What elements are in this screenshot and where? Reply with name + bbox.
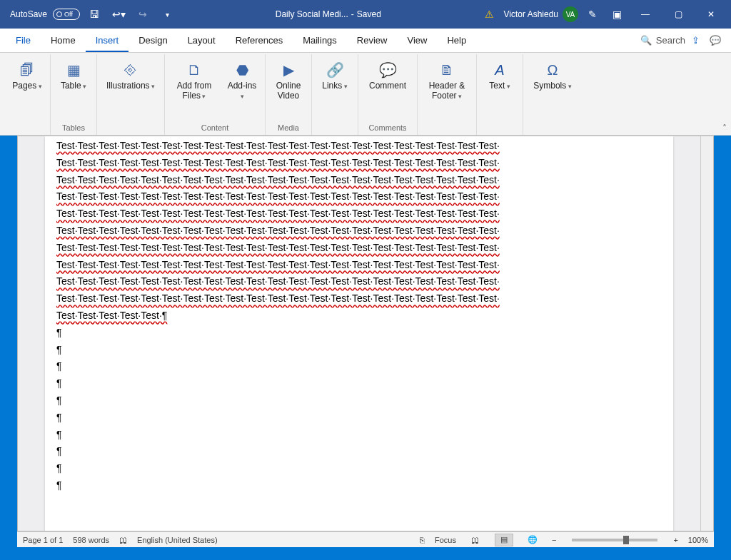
tab-home[interactable]: Home (41, 29, 86, 52)
maximize-button[interactable]: ▢ (664, 4, 692, 24)
user-name: Victor Ashiedu (504, 9, 559, 19)
view-web-button[interactable]: 🌐 (523, 534, 542, 546)
coming-soon-icon[interactable]: ✎ (583, 4, 603, 24)
pilcrow: ¶ (56, 460, 662, 477)
group-label-pages (26, 122, 28, 135)
illustrations-icon: 🞜 (119, 60, 142, 80)
pilcrow: ¶ (56, 358, 662, 375)
tab-layout[interactable]: Layout (178, 29, 226, 52)
add-from-files-button[interactable]: 🗋 Add from Files (171, 57, 218, 104)
header-footer-button[interactable]: 🗎 Header & Footer (423, 57, 470, 104)
status-page[interactable]: Page 1 of 1 (23, 536, 63, 544)
tab-view[interactable]: View (397, 29, 437, 52)
text-line: Test·Test·Test·Test·Test·Test·Test·Test·… (56, 155, 662, 172)
zoom-out-button[interactable]: − (552, 536, 556, 544)
online-video-button[interactable]: ▶ Online Video (271, 57, 306, 104)
document-scroll[interactable]: Test·Test·Test·Test·Test·Test·Test·Test·… (18, 136, 700, 531)
addins-label: Add-ins (225, 81, 259, 101)
vertical-scrollbar[interactable] (700, 136, 713, 531)
undo-icon[interactable]: ↩▾ (109, 4, 128, 24)
tab-help[interactable]: Help (437, 29, 476, 52)
zoom-value[interactable]: 100% (688, 536, 708, 544)
text-button[interactable]: A Text (483, 57, 517, 94)
collapse-ribbon-button[interactable]: ˄ (722, 123, 727, 133)
group-label-text (498, 122, 500, 135)
comments-pane-button[interactable]: 💬 (705, 29, 725, 52)
text-line: Test·Test·Test·Test·Test·Test·Test·Test·… (56, 290, 662, 307)
tab-design[interactable]: Design (128, 29, 177, 52)
tab-insert[interactable]: Insert (86, 29, 129, 52)
title-bar: AutoSave Off 🖫 ↩▾ ↪ ▾ Daily Social Medi.… (0, 0, 731, 29)
group-label-links (333, 122, 336, 135)
view-read-button[interactable]: 🕮 (466, 534, 485, 546)
group-header-footer: 🗎 Header & Footer (418, 54, 477, 135)
illustrations-button[interactable]: 🞜 Illustrations (103, 57, 158, 94)
text-line: Test·Test·Test·Test·Test·Test·Test·Test·… (56, 257, 662, 274)
autosave-label: AutoSave (10, 9, 47, 19)
group-media: ▶ Online Video Media (266, 54, 312, 135)
search-box[interactable]: 🔍 Search (640, 29, 685, 52)
focus-icon[interactable]: ⎘ (420, 536, 425, 544)
pilcrow: ¶ (56, 342, 662, 359)
close-button[interactable]: ✕ (697, 4, 725, 24)
group-label-content: Content (201, 122, 229, 135)
group-label-illustrations (129, 122, 131, 135)
zoom-in-button[interactable]: + (673, 536, 677, 544)
comment-button[interactable]: 💬 Comment (364, 57, 411, 94)
text-line: Test·Test·Test·Test·Test·Test·Test·Test·… (56, 240, 662, 257)
proofing-icon[interactable]: 🕮 (119, 536, 127, 544)
symbols-icon: Ω (541, 60, 564, 80)
text-label: Text (489, 81, 510, 91)
quick-access-toolbar: AutoSave Off 🖫 ↩▾ ↪ ▾ (6, 4, 177, 24)
customize-qat-icon[interactable]: ▾ (157, 4, 177, 24)
group-label-media: Media (278, 122, 299, 135)
ribbon-display-icon[interactable]: ▣ (607, 4, 627, 24)
autosave-toggle[interactable]: Off (53, 9, 80, 20)
status-words[interactable]: 598 words (73, 536, 109, 544)
comment-label: Comment (369, 81, 406, 91)
addins-icon: ⬣ (231, 60, 253, 80)
online-video-icon: ▶ (277, 60, 300, 80)
symbols-button[interactable]: Ω Symbols (529, 57, 576, 94)
pilcrow: ¶ (56, 375, 662, 392)
ribbon-tabs: File Home Insert Design Layout Reference… (0, 29, 731, 53)
zoom-slider[interactable] (572, 539, 657, 541)
page[interactable]: Test·Test·Test·Test·Test·Test·Test·Test·… (45, 136, 673, 531)
warning-icon[interactable]: ⚠ (480, 4, 500, 24)
text-line: Test·Test·Test·Test·Test·Test·Test·Test·… (56, 188, 662, 205)
minimize-button[interactable]: — (631, 4, 660, 24)
text-line: Test·Test·Test·Test·Test·Test·Test·Test·… (56, 223, 662, 240)
document-title: Daily Social Medi... - Saved (177, 9, 479, 19)
tab-references[interactable]: References (226, 29, 293, 52)
redo-icon[interactable]: ↪ (133, 4, 153, 24)
pages-button[interactable]: 🗐 Pages (10, 57, 44, 94)
pilcrow: ¶ (56, 392, 662, 409)
text-line: Test·Test·Test·Test·Test·¶ (56, 307, 662, 325)
group-tables: ▦ Table Tables (51, 54, 97, 135)
links-icon: 🔗 (323, 60, 346, 80)
header-footer-label: Header & Footer (423, 81, 470, 101)
pilcrow: ¶ (56, 427, 662, 444)
body-text[interactable]: Test·Test·Test·Test·Test·Test·Test·Test·… (56, 136, 662, 494)
avatar[interactable]: VA (563, 6, 578, 22)
text-icon: A (488, 60, 511, 80)
tab-file[interactable]: File (6, 29, 41, 52)
share-button[interactable]: ⇪ (685, 29, 705, 52)
focus-label[interactable]: Focus (435, 536, 456, 544)
group-illustrations: 🞜 Illustrations (97, 54, 165, 135)
addins-button[interactable]: ⬣ Add-ins (225, 57, 259, 104)
save-icon[interactable]: 🖫 (84, 4, 104, 24)
status-language[interactable]: English (United States) (137, 536, 218, 544)
pilcrow: ¶ (56, 477, 662, 494)
group-symbols: Ω Symbols (523, 54, 582, 135)
add-from-files-label: Add from Files (171, 81, 218, 101)
links-button[interactable]: 🔗 Links (318, 57, 352, 94)
view-print-button[interactable]: ▤ (495, 534, 513, 546)
ribbon-insert: 🗐 Pages ▦ Table Tables 🞜 Illustrations 🗋 (0, 53, 731, 136)
title-separator: - (351, 9, 354, 19)
tab-mailings[interactable]: Mailings (293, 29, 347, 52)
text-line: Test·Test·Test·Test·Test·Test·Test·Test·… (56, 172, 662, 189)
table-button[interactable]: ▦ Table (56, 57, 91, 94)
search-label: Search (656, 35, 685, 46)
tab-review[interactable]: Review (347, 29, 398, 52)
